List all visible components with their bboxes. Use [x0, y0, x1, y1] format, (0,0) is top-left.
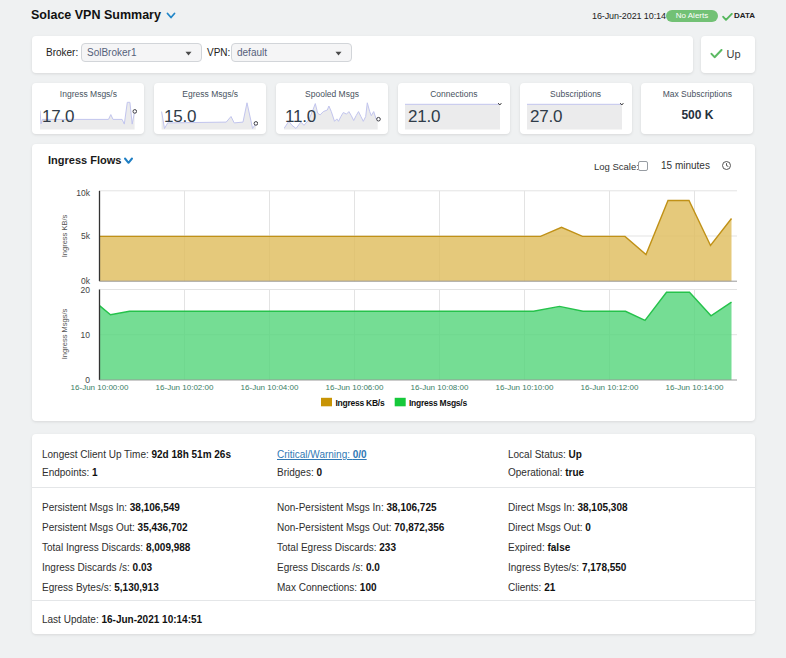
svg-text:10k: 10k [76, 188, 90, 198]
svg-text:5k: 5k [81, 231, 91, 241]
svg-text:16-Jun 10:02:00: 16-Jun 10:02:00 [155, 383, 213, 392]
svg-text:10: 10 [80, 330, 90, 340]
svg-text:16-Jun 10:04:00: 16-Jun 10:04:00 [240, 383, 298, 392]
svg-text:Ingress KB/s: Ingress KB/s [59, 214, 68, 257]
svg-text:Ingress KB/s: Ingress KB/s [335, 398, 384, 408]
svg-text:16-Jun 10:00:00: 16-Jun 10:00:00 [70, 383, 128, 392]
svg-text:Ingress Msgs/s: Ingress Msgs/s [59, 309, 68, 360]
svg-text:16-Jun 10:14:00: 16-Jun 10:14:00 [665, 383, 723, 392]
svg-text:Ingress Msgs/s: Ingress Msgs/s [409, 398, 467, 408]
svg-text:20: 20 [80, 285, 90, 295]
svg-text:16-Jun 10:08:00: 16-Jun 10:08:00 [410, 383, 468, 392]
svg-text:16-Jun 10:06:00: 16-Jun 10:06:00 [325, 383, 383, 392]
svg-text:16-Jun 10:12:00: 16-Jun 10:12:00 [580, 383, 638, 392]
svg-text:16-Jun 10:10:00: 16-Jun 10:10:00 [495, 383, 553, 392]
